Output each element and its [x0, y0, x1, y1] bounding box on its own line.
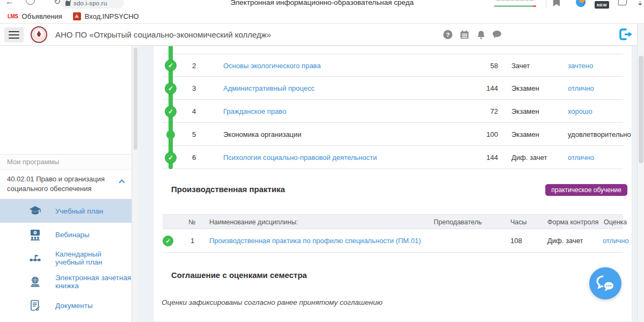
help-icon[interactable]: ? — [443, 30, 452, 39]
sidebar-section-title: Мои программы — [0, 155, 131, 170]
chat-fab-button[interactable] — [589, 267, 621, 299]
discipline-name: Экономика организации — [223, 123, 302, 146]
college-logo — [31, 26, 47, 43]
new-badge[interactable]: NEW — [595, 1, 609, 9]
table-row: 6 Психология социально-правовой деятельн… — [163, 146, 623, 169]
header-hours: Часы — [510, 215, 527, 230]
check-icon: ✓ — [165, 106, 177, 118]
graduation-cap-icon — [29, 206, 41, 217]
sidebar-item-label: Вебинары — [55, 231, 90, 239]
tab-title: Электронная информационно-образовательна… — [0, 0, 644, 6]
row-number: 2 — [192, 54, 196, 77]
toolbar-divider — [546, 0, 546, 8]
download-icon[interactable]: ⇣ — [636, 0, 643, 8]
hours-value: 108 — [510, 229, 522, 253]
sidebar-item-label: Учебный план — [55, 207, 103, 215]
sidebar-program-item[interactable]: 40.02.01 Право и организация социального… — [0, 170, 131, 199]
table-row: 3 Административный процесс 144 Экзамен о… — [163, 77, 623, 100]
discipline-link[interactable]: Гражданское право — [223, 100, 286, 123]
row-number: 6 — [192, 146, 196, 169]
control-form: Диф. зачет — [511, 146, 547, 169]
control-form: Диф. зачет — [547, 229, 583, 253]
bookmarks-bar: LMS Объявления Вход.INPSYCHO — [0, 10, 644, 24]
grade-link[interactable]: хорошо — [568, 100, 592, 123]
sidebar-panel-icon[interactable] — [618, 0, 627, 5]
check-icon: ✓ — [163, 236, 173, 246]
row-number: 5 — [192, 123, 196, 146]
extension-progress-green — [494, 5, 533, 8]
globe-book-icon — [29, 276, 41, 288]
app-header: АНО ПО «Открытый социально-экономический… — [0, 24, 644, 46]
bookmark-inpsycho[interactable]: Вход.INPSYCHO — [70, 11, 142, 21]
discipline-link[interactable]: Административный процесс — [223, 77, 314, 100]
main-content: 2 Основы экологического права 58 Зачет з… — [153, 46, 632, 322]
discipline-link[interactable]: Основы экологического права — [223, 54, 321, 77]
calendar-icon[interactable] — [460, 30, 469, 39]
sidebar-item-label: Электронная зачетная книжка — [55, 274, 131, 290]
control-form: Зачет — [511, 54, 530, 77]
header-teacher: Преподаватель — [434, 215, 482, 230]
discipline-link[interactable]: Психология социально-правовой деятельнос… — [223, 146, 377, 169]
menu-button[interactable] — [4, 27, 24, 42]
app-body: Мои программы 40.02.01 Право и организац… — [0, 46, 644, 322]
notifications-icon[interactable] — [477, 30, 486, 39]
progress-dot — [166, 130, 175, 139]
sidebar-item-webinars[interactable]: Вебинары — [0, 223, 131, 246]
logout-button[interactable] — [618, 28, 633, 41]
grade-link[interactable]: отлично — [568, 146, 594, 169]
grade-link[interactable]: зачтено — [568, 54, 593, 77]
hours-value: 144 — [469, 146, 498, 169]
messages-icon[interactable] — [492, 30, 501, 39]
header-num: № — [188, 215, 195, 230]
bookmark-label: Объявления — [22, 12, 62, 20]
sidebar-empty-area — [0, 46, 131, 155]
hours-value: 144 — [469, 77, 498, 100]
discipline-link[interactable]: Производственная практика по профилю спе… — [209, 229, 421, 253]
sidebar-scrollbar[interactable] — [133, 46, 138, 322]
header-grade: Оценка — [604, 215, 627, 230]
table-row: 2 Основы экологического права 58 Зачет з… — [163, 54, 623, 77]
extension-text-cutoff — [496, 0, 534, 1]
timeline-flag-icon — [29, 253, 41, 264]
row-number: 3 — [192, 77, 196, 100]
sidebar-item-calendar-plan[interactable]: Календарный учебный план — [0, 246, 131, 270]
sidebar-item-label: Календарный учебный план — [55, 250, 131, 266]
hours-value: 58 — [469, 54, 498, 77]
page-scrollbar[interactable] — [637, 24, 644, 322]
org-title: АНО ПО «Открытый социально-экономический… — [55, 30, 271, 39]
sidebar: Мои программы 40.02.01 Право и организац… — [0, 46, 132, 322]
control-form: Экзамен — [511, 123, 539, 146]
bookmark-label: Вход.INPSYCHO — [85, 12, 139, 20]
practice-section-title: Производственная практика — [171, 185, 285, 194]
lms-icon: LMS — [8, 13, 18, 19]
grade-link[interactable]: отлично — [603, 229, 629, 253]
check-icon: ✓ — [165, 152, 177, 164]
header-name: Наименование дисциплины: — [209, 215, 298, 230]
hours-value: 72 — [469, 100, 498, 123]
agreement-note: Оценки зафиксированы согласно ранее прин… — [162, 298, 383, 306]
check-icon: ✓ — [165, 83, 177, 94]
sidebar-item-gradebook[interactable]: Электронная зачетная книжка — [0, 270, 131, 294]
practice-table-header: № Наименование дисциплины: Преподаватель… — [163, 214, 623, 229]
row-number: 1 — [191, 229, 194, 253]
sidebar-item-documents[interactable]: Документы — [0, 294, 131, 317]
control-form: Экзамен — [511, 77, 539, 100]
table-row: 4 Гражданское право 72 Экзамен хорошо — [163, 100, 623, 123]
bookmark-announcements[interactable]: LMS Объявления — [4, 11, 65, 21]
sidebar-item-curriculum[interactable]: Учебный план — [0, 199, 131, 223]
sidebar-item-label: Документы — [55, 302, 93, 310]
toolbar-extension-widget[interactable] — [494, 0, 536, 8]
document-icon — [29, 300, 41, 311]
program-title: 40.02.01 Право и организация социального… — [7, 175, 105, 193]
emblem-icon — [73, 12, 81, 20]
control-form: Экзамен — [511, 100, 539, 123]
row-number: 4 — [192, 100, 196, 123]
practice-badge: практическое обучение — [545, 184, 627, 196]
browser-toolbar: ← ↻ sdo.i-spo.ru Электронная информацион… — [0, 0, 644, 10]
extension-progress-red — [533, 5, 536, 8]
grade-value: удовлетворительно — [568, 123, 631, 146]
agreement-title: Соглашение с оценками семестра — [171, 270, 307, 280]
check-icon: ✓ — [165, 60, 177, 71]
table-row: ✓ 1 Производственная практика по профилю… — [163, 229, 623, 253]
grade-link[interactable]: отлично — [568, 77, 594, 100]
